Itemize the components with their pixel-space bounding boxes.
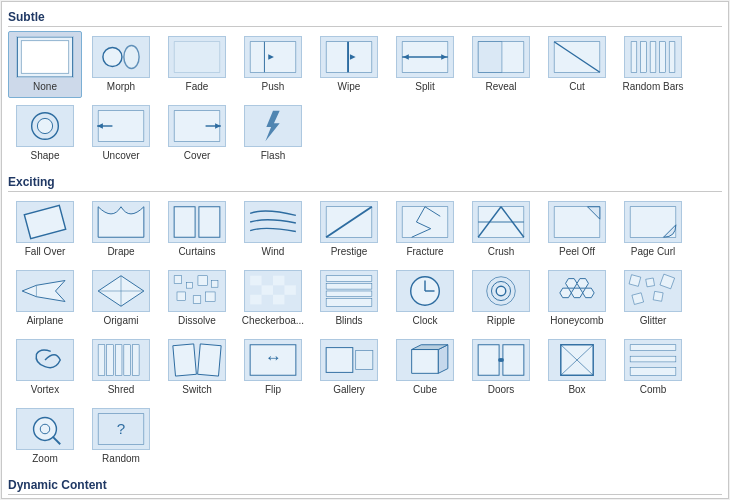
transition-name-fracture: Fracture xyxy=(406,246,443,258)
transition-item-push[interactable]: Push xyxy=(236,31,310,98)
transition-item-checkerboard[interactable]: Checkerboa... xyxy=(236,265,310,332)
transition-item-cut[interactable]: Cut xyxy=(540,31,614,98)
transition-name-drape: Drape xyxy=(107,246,134,258)
svg-rect-30 xyxy=(660,42,666,72)
svg-point-4 xyxy=(124,46,139,69)
transition-item-wind[interactable]: Wind xyxy=(236,196,310,263)
section-exciting: ExcitingFall OverDrapeCurtainsWindPresti… xyxy=(8,175,722,470)
transition-name-crush: Crush xyxy=(488,246,515,258)
transition-item-vortex[interactable]: Vortex xyxy=(8,334,82,401)
transition-item-flash[interactable]: Flash xyxy=(236,100,310,167)
transition-icon-clock xyxy=(396,270,454,312)
transition-icon-comb xyxy=(624,339,682,381)
svg-rect-82 xyxy=(193,296,201,304)
transition-name-shred: Shred xyxy=(108,384,135,396)
transition-item-drape[interactable]: Drape xyxy=(84,196,158,263)
transition-item-cube[interactable]: Cube xyxy=(388,334,462,401)
section-subtle: SubtleNoneMorphFadePushWipeSplitRevealCu… xyxy=(8,10,722,167)
svg-rect-28 xyxy=(641,42,647,72)
svg-marker-105 xyxy=(566,279,577,289)
transition-icon-wipe xyxy=(320,36,378,78)
transition-item-random[interactable]: ?Random xyxy=(84,403,158,470)
transition-name-peel-off: Peel Off xyxy=(559,246,595,258)
transition-item-fracture[interactable]: Fracture xyxy=(388,196,462,263)
transition-item-morph[interactable]: Morph xyxy=(84,31,158,98)
transition-item-origami[interactable]: Origami xyxy=(84,265,158,332)
transition-icon-crush xyxy=(472,201,530,243)
transition-icon-origami xyxy=(92,270,150,312)
transition-icon-dissolve xyxy=(168,270,226,312)
transition-item-shape[interactable]: Shape xyxy=(8,100,82,167)
transition-item-zoom[interactable]: Zoom xyxy=(8,403,82,470)
svg-marker-106 xyxy=(577,279,588,289)
transition-name-fade: Fade xyxy=(186,81,209,93)
svg-rect-130 xyxy=(326,348,353,373)
transitions-panel: SubtleNoneMorphFadePushWipeSplitRevealCu… xyxy=(1,1,729,499)
transition-item-glitter[interactable]: Glitter xyxy=(616,265,690,332)
transition-item-switch[interactable]: Switch xyxy=(160,334,234,401)
transition-name-switch: Switch xyxy=(182,384,211,396)
svg-rect-147 xyxy=(630,356,676,362)
transition-item-shred[interactable]: Shred xyxy=(84,334,158,401)
transition-item-none[interactable]: None xyxy=(8,31,82,98)
transition-name-honeycomb: Honeycomb xyxy=(550,315,603,327)
transition-item-cover[interactable]: Cover xyxy=(160,100,234,167)
transition-item-reveal[interactable]: Reveal xyxy=(464,31,538,98)
transition-item-page-curl[interactable]: Page Curl xyxy=(616,196,690,263)
svg-point-101 xyxy=(496,286,506,296)
transition-item-doors[interactable]: Doors xyxy=(464,334,538,401)
svg-rect-89 xyxy=(250,295,261,305)
transition-item-peel-off[interactable]: Peel Off xyxy=(540,196,614,263)
transition-item-flip[interactable]: ↔Flip xyxy=(236,334,310,401)
svg-rect-138 xyxy=(503,345,524,375)
transition-item-dissolve[interactable]: Dissolve xyxy=(160,265,234,332)
transition-item-blinds[interactable]: Blinds xyxy=(312,265,386,332)
svg-rect-122 xyxy=(132,345,139,375)
svg-rect-27 xyxy=(631,42,637,72)
transition-item-ripple[interactable]: Ripple xyxy=(464,265,538,332)
transition-icon-cube xyxy=(396,339,454,381)
transition-item-comb[interactable]: Comb xyxy=(616,334,690,401)
transition-icon-uncover xyxy=(92,105,150,147)
section-label-subtle: Subtle xyxy=(8,10,722,27)
transition-item-box[interactable]: Box xyxy=(540,334,614,401)
transition-item-airplane[interactable]: Airplane xyxy=(8,265,82,332)
transition-item-crush[interactable]: Crush xyxy=(464,196,538,263)
transition-item-clock[interactable]: Clock xyxy=(388,265,462,332)
transition-item-honeycomb[interactable]: Honeycomb xyxy=(540,265,614,332)
svg-rect-94 xyxy=(326,291,372,297)
transition-icon-page-curl xyxy=(624,201,682,243)
transition-name-zoom: Zoom xyxy=(32,453,58,465)
svg-rect-121 xyxy=(124,345,131,375)
svg-rect-131 xyxy=(356,350,373,369)
svg-rect-118 xyxy=(98,345,105,375)
svg-marker-133 xyxy=(412,350,439,374)
svg-marker-107 xyxy=(560,288,571,298)
transition-name-dissolve: Dissolve xyxy=(178,315,216,327)
transition-icon-gallery xyxy=(320,339,378,381)
transition-item-fade[interactable]: Fade xyxy=(160,31,234,98)
transition-item-fall-over[interactable]: Fall Over xyxy=(8,196,82,263)
transition-item-prestige[interactable]: Prestige xyxy=(312,196,386,263)
svg-rect-120 xyxy=(115,345,122,375)
transition-item-split[interactable]: Split xyxy=(388,31,462,98)
transition-name-split: Split xyxy=(415,81,434,93)
transition-item-curtains[interactable]: Curtains xyxy=(160,196,234,263)
svg-rect-81 xyxy=(177,292,186,301)
transition-item-uncover[interactable]: Uncover xyxy=(84,100,158,167)
transition-icon-flip: ↔ xyxy=(244,339,302,381)
svg-rect-115 xyxy=(653,291,663,301)
transition-name-flip: Flip xyxy=(265,384,281,396)
transition-item-gallery[interactable]: Gallery xyxy=(312,334,386,401)
transition-item-random-bars[interactable]: Random Bars xyxy=(616,31,690,98)
transition-grid-subtle: NoneMorphFadePushWipeSplitRevealCutRando… xyxy=(8,31,722,167)
svg-rect-90 xyxy=(273,295,284,305)
transition-name-wind: Wind xyxy=(262,246,285,258)
transition-icon-cover xyxy=(168,105,226,147)
transition-icon-fall-over xyxy=(16,201,74,243)
transition-item-wipe[interactable]: Wipe xyxy=(312,31,386,98)
transition-name-cut: Cut xyxy=(569,81,585,93)
transition-icon-reveal xyxy=(472,36,530,78)
transition-icon-morph xyxy=(92,36,150,78)
transition-name-wipe: Wipe xyxy=(338,81,361,93)
